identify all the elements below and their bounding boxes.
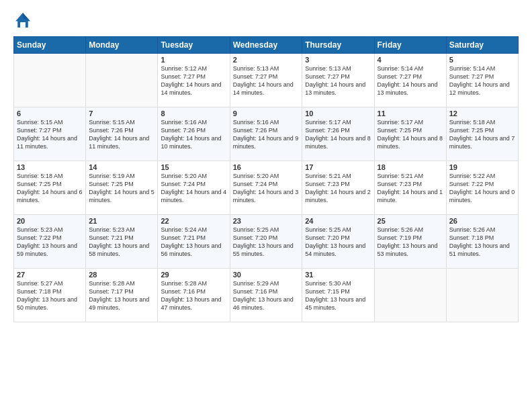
day-info: Sunrise: 5:23 AM Sunset: 7:22 PM Dayligh… bbox=[17, 226, 83, 259]
day-info: Sunrise: 5:15 AM Sunset: 7:26 PM Dayligh… bbox=[89, 118, 154, 151]
calendar-cell: 2Sunrise: 5:13 AM Sunset: 7:27 PM Daylig… bbox=[230, 54, 302, 107]
calendar-cell: 21Sunrise: 5:23 AM Sunset: 7:21 PM Dayli… bbox=[86, 215, 158, 269]
calendar-cell: 3Sunrise: 5:13 AM Sunset: 7:27 PM Daylig… bbox=[302, 54, 374, 107]
day-number: 27 bbox=[17, 271, 83, 279]
week-row-3: 13Sunrise: 5:18 AM Sunset: 7:25 PM Dayli… bbox=[14, 161, 519, 215]
day-number: 24 bbox=[305, 217, 371, 225]
calendar-cell: 1Sunrise: 5:12 AM Sunset: 7:27 PM Daylig… bbox=[158, 54, 230, 107]
calendar-cell: 16Sunrise: 5:20 AM Sunset: 7:24 PM Dayli… bbox=[230, 161, 302, 215]
calendar-cell: 8Sunrise: 5:16 AM Sunset: 7:26 PM Daylig… bbox=[158, 107, 230, 161]
svg-rect-2 bbox=[20, 22, 26, 28]
day-info: Sunrise: 5:18 AM Sunset: 7:25 PM Dayligh… bbox=[449, 118, 515, 151]
day-number: 11 bbox=[378, 109, 443, 118]
day-number: 23 bbox=[233, 217, 300, 225]
day-info: Sunrise: 5:14 AM Sunset: 7:27 PM Dayligh… bbox=[378, 64, 443, 97]
day-number: 15 bbox=[161, 163, 226, 171]
week-row-1: 1Sunrise: 5:12 AM Sunset: 7:27 PM Daylig… bbox=[14, 54, 519, 107]
weekday-header-thursday: Thursday bbox=[302, 37, 374, 54]
calendar-cell: 12Sunrise: 5:18 AM Sunset: 7:25 PM Dayli… bbox=[446, 107, 518, 161]
week-row-2: 6Sunrise: 5:15 AM Sunset: 7:27 PM Daylig… bbox=[14, 107, 519, 161]
day-info: Sunrise: 5:23 AM Sunset: 7:21 PM Dayligh… bbox=[89, 226, 154, 259]
calendar-cell: 24Sunrise: 5:25 AM Sunset: 7:20 PM Dayli… bbox=[302, 215, 374, 269]
page: SundayMondayTuesdayWednesdayThursdayFrid… bbox=[0, 0, 532, 411]
day-info: Sunrise: 5:16 AM Sunset: 7:26 PM Dayligh… bbox=[161, 118, 226, 151]
day-info: Sunrise: 5:16 AM Sunset: 7:26 PM Dayligh… bbox=[233, 118, 300, 151]
day-info: Sunrise: 5:28 AM Sunset: 7:17 PM Dayligh… bbox=[89, 279, 154, 312]
calendar-cell: 20Sunrise: 5:23 AM Sunset: 7:22 PM Dayli… bbox=[14, 215, 86, 269]
calendar-cell: 7Sunrise: 5:15 AM Sunset: 7:26 PM Daylig… bbox=[86, 107, 158, 161]
day-number: 20 bbox=[17, 217, 83, 225]
day-info: Sunrise: 5:22 AM Sunset: 7:22 PM Dayligh… bbox=[449, 172, 515, 205]
day-number: 6 bbox=[17, 109, 83, 118]
weekday-header-monday: Monday bbox=[86, 37, 158, 54]
calendar-cell: 19Sunrise: 5:22 AM Sunset: 7:22 PM Dayli… bbox=[446, 161, 518, 215]
day-number: 30 bbox=[233, 271, 300, 279]
calendar-cell: 22Sunrise: 5:24 AM Sunset: 7:21 PM Dayli… bbox=[158, 215, 230, 269]
calendar-cell: 6Sunrise: 5:15 AM Sunset: 7:27 PM Daylig… bbox=[14, 107, 86, 161]
day-info: Sunrise: 5:13 AM Sunset: 7:27 PM Dayligh… bbox=[233, 64, 300, 97]
day-info: Sunrise: 5:15 AM Sunset: 7:27 PM Dayligh… bbox=[17, 118, 83, 151]
week-row-4: 20Sunrise: 5:23 AM Sunset: 7:22 PM Dayli… bbox=[14, 215, 519, 269]
day-info: Sunrise: 5:25 AM Sunset: 7:20 PM Dayligh… bbox=[233, 226, 300, 259]
day-number: 9 bbox=[233, 109, 300, 118]
day-number: 7 bbox=[89, 109, 154, 118]
calendar-cell bbox=[446, 269, 518, 322]
logo-icon bbox=[13, 11, 32, 30]
calendar-cell: 9Sunrise: 5:16 AM Sunset: 7:26 PM Daylig… bbox=[230, 107, 302, 161]
day-info: Sunrise: 5:21 AM Sunset: 7:23 PM Dayligh… bbox=[378, 172, 443, 205]
day-info: Sunrise: 5:13 AM Sunset: 7:27 PM Dayligh… bbox=[305, 64, 371, 97]
calendar: SundayMondayTuesdayWednesdayThursdayFrid… bbox=[13, 36, 519, 322]
calendar-cell: 23Sunrise: 5:25 AM Sunset: 7:20 PM Dayli… bbox=[230, 215, 302, 269]
day-info: Sunrise: 5:24 AM Sunset: 7:21 PM Dayligh… bbox=[161, 226, 226, 259]
calendar-cell: 18Sunrise: 5:21 AM Sunset: 7:23 PM Dayli… bbox=[374, 161, 446, 215]
day-number: 18 bbox=[378, 163, 443, 171]
day-number: 10 bbox=[305, 109, 371, 118]
day-number: 2 bbox=[233, 56, 300, 64]
calendar-cell: 28Sunrise: 5:28 AM Sunset: 7:17 PM Dayli… bbox=[86, 269, 158, 322]
calendar-cell: 10Sunrise: 5:17 AM Sunset: 7:26 PM Dayli… bbox=[302, 107, 374, 161]
day-number: 5 bbox=[449, 56, 515, 64]
day-info: Sunrise: 5:17 AM Sunset: 7:25 PM Dayligh… bbox=[378, 118, 443, 151]
calendar-cell: 4Sunrise: 5:14 AM Sunset: 7:27 PM Daylig… bbox=[374, 54, 446, 107]
day-info: Sunrise: 5:14 AM Sunset: 7:27 PM Dayligh… bbox=[449, 64, 515, 97]
day-info: Sunrise: 5:26 AM Sunset: 7:18 PM Dayligh… bbox=[449, 226, 515, 259]
day-number: 1 bbox=[161, 56, 226, 64]
calendar-cell: 31Sunrise: 5:30 AM Sunset: 7:15 PM Dayli… bbox=[302, 269, 374, 322]
calendar-cell: 15Sunrise: 5:20 AM Sunset: 7:24 PM Dayli… bbox=[158, 161, 230, 215]
weekday-header-tuesday: Tuesday bbox=[158, 37, 230, 54]
calendar-cell: 5Sunrise: 5:14 AM Sunset: 7:27 PM Daylig… bbox=[446, 54, 518, 107]
day-info: Sunrise: 5:26 AM Sunset: 7:19 PM Dayligh… bbox=[378, 226, 443, 259]
calendar-cell: 30Sunrise: 5:29 AM Sunset: 7:16 PM Dayli… bbox=[230, 269, 302, 322]
day-number: 8 bbox=[161, 109, 226, 118]
calendar-cell: 17Sunrise: 5:21 AM Sunset: 7:23 PM Dayli… bbox=[302, 161, 374, 215]
week-row-5: 27Sunrise: 5:27 AM Sunset: 7:18 PM Dayli… bbox=[14, 269, 519, 322]
day-info: Sunrise: 5:28 AM Sunset: 7:16 PM Dayligh… bbox=[161, 279, 226, 312]
calendar-cell bbox=[374, 269, 446, 322]
day-info: Sunrise: 5:12 AM Sunset: 7:27 PM Dayligh… bbox=[161, 64, 226, 97]
day-number: 16 bbox=[233, 163, 300, 171]
weekday-header-saturday: Saturday bbox=[446, 37, 518, 54]
weekday-header-row: SundayMondayTuesdayWednesdayThursdayFrid… bbox=[14, 37, 519, 54]
day-info: Sunrise: 5:21 AM Sunset: 7:23 PM Dayligh… bbox=[305, 172, 371, 205]
day-info: Sunrise: 5:29 AM Sunset: 7:16 PM Dayligh… bbox=[233, 279, 300, 312]
logo bbox=[13, 11, 35, 30]
calendar-cell bbox=[14, 54, 86, 107]
day-number: 3 bbox=[305, 56, 371, 64]
calendar-cell: 25Sunrise: 5:26 AM Sunset: 7:19 PM Dayli… bbox=[374, 215, 446, 269]
day-number: 17 bbox=[305, 163, 371, 171]
day-number: 13 bbox=[17, 163, 83, 171]
day-number: 28 bbox=[89, 271, 154, 279]
day-info: Sunrise: 5:17 AM Sunset: 7:26 PM Dayligh… bbox=[305, 118, 371, 151]
day-info: Sunrise: 5:19 AM Sunset: 7:25 PM Dayligh… bbox=[89, 172, 154, 205]
header bbox=[13, 11, 519, 30]
day-number: 12 bbox=[449, 109, 515, 118]
calendar-cell: 27Sunrise: 5:27 AM Sunset: 7:18 PM Dayli… bbox=[14, 269, 86, 322]
weekday-header-friday: Friday bbox=[374, 37, 446, 54]
day-number: 29 bbox=[161, 271, 226, 279]
day-info: Sunrise: 5:27 AM Sunset: 7:18 PM Dayligh… bbox=[17, 279, 83, 312]
day-number: 19 bbox=[449, 163, 515, 171]
calendar-cell: 13Sunrise: 5:18 AM Sunset: 7:25 PM Dayli… bbox=[14, 161, 86, 215]
calendar-cell bbox=[86, 54, 158, 107]
day-info: Sunrise: 5:20 AM Sunset: 7:24 PM Dayligh… bbox=[233, 172, 300, 205]
day-number: 25 bbox=[378, 217, 443, 225]
